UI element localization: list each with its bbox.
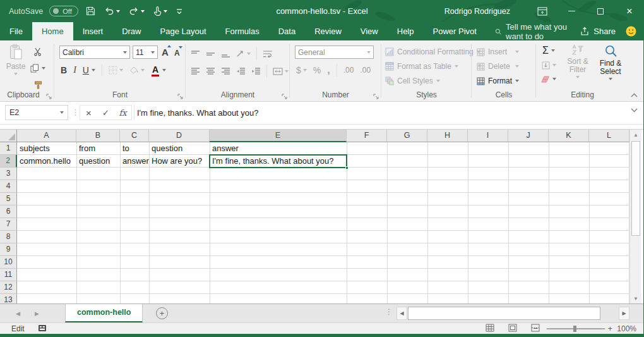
formula-input[interactable]: I'm fine, thanks. What about you? — [134, 105, 623, 120]
active-cell-e2[interactable]: I'm fine, thanks. What about you? — [209, 154, 347, 168]
format-as-table-button[interactable]: Format as Table — [385, 60, 480, 73]
row-header-9[interactable]: 9 — [0, 243, 17, 256]
sort-filter-button[interactable]: Sort & Filter — [563, 44, 593, 78]
tab-view[interactable]: View — [351, 22, 388, 40]
cell-styles-button[interactable]: Cell Styles — [385, 75, 480, 87]
format-cells-button[interactable]: Format — [477, 75, 519, 87]
column-header-d[interactable]: D — [149, 130, 210, 142]
tab-file[interactable]: File — [0, 22, 32, 40]
column-header-e[interactable]: E — [210, 130, 347, 142]
row-header-2[interactable]: 2 — [0, 155, 17, 168]
tab-scroll-splitter[interactable]: ⋮ — [385, 307, 393, 316]
wrap-text-button[interactable] — [263, 47, 273, 61]
column-header-i[interactable]: I — [468, 130, 508, 142]
fill-button[interactable] — [541, 59, 556, 71]
align-left-button[interactable] — [191, 64, 200, 78]
zoom-slider[interactable] — [547, 328, 605, 329]
cell-d2[interactable]: How are you? — [149, 155, 210, 168]
tab-home[interactable]: Home — [32, 22, 73, 40]
vertical-scrollbar[interactable]: ▲ ▼ — [629, 130, 641, 303]
zoom-level[interactable]: 100% — [617, 324, 636, 334]
conditional-formatting-button[interactable]: Conditional Formatting — [385, 46, 480, 58]
format-painter-button[interactable] — [30, 78, 45, 92]
column-header-b[interactable]: B — [76, 130, 120, 142]
clipboard-dialog-launcher[interactable] — [46, 94, 52, 99]
formula-bar-drag-dots[interactable]: ⋮ — [71, 106, 80, 119]
merge-center-button[interactable] — [273, 64, 289, 78]
row-header-13[interactable]: 13 — [0, 294, 17, 303]
cell-c2[interactable]: answer — [120, 155, 149, 168]
zoom-in-button[interactable]: + — [607, 323, 612, 334]
tab-insert[interactable]: Insert — [73, 22, 113, 40]
row-header-7[interactable]: 7 — [0, 218, 17, 231]
insert-cells-button[interactable]: Insert — [477, 46, 519, 58]
normal-view-button[interactable] — [486, 324, 494, 332]
row-header-8[interactable]: 8 — [0, 231, 17, 243]
underline-button[interactable]: U — [83, 63, 89, 77]
row-header-1[interactable]: 1 — [0, 142, 17, 155]
clear-button[interactable] — [541, 73, 556, 85]
cell-c1[interactable]: to — [120, 142, 149, 155]
cell-d1[interactable]: question — [149, 142, 210, 155]
grow-font-button[interactable]: A — [162, 45, 169, 59]
column-header-h[interactable]: H — [427, 130, 468, 142]
minimize-button[interactable] — [557, 0, 586, 22]
horizontal-scrollbar[interactable]: ◀ ▶ — [397, 307, 629, 320]
number-format-select[interactable]: General — [295, 46, 374, 59]
italic-button[interactable]: I — [73, 63, 76, 77]
font-color-button[interactable]: A — [151, 63, 160, 77]
alignment-dialog-launcher[interactable] — [282, 94, 287, 99]
cell-e1[interactable]: answer — [210, 142, 347, 155]
align-right-button[interactable] — [221, 64, 230, 78]
new-sheet-button[interactable]: + — [156, 307, 168, 319]
insert-function-button[interactable]: fx — [114, 108, 131, 118]
paste-button[interactable]: Paste — [4, 44, 28, 75]
align-top-button[interactable] — [191, 47, 200, 61]
column-header-a[interactable]: A — [17, 130, 76, 142]
row-header-10[interactable]: 10 — [0, 256, 17, 269]
expand-formula-bar-button[interactable] — [631, 108, 638, 113]
cell-a1[interactable]: subjects — [17, 142, 76, 155]
align-middle-button[interactable] — [206, 47, 215, 61]
number-dialog-launcher[interactable] — [373, 94, 379, 99]
font-dialog-launcher[interactable] — [177, 94, 183, 99]
feedback-button[interactable] — [626, 22, 636, 40]
user-name[interactable]: Rodrigo Rodriguez — [444, 7, 510, 16]
row-header-12[interactable]: 12 — [0, 281, 17, 294]
tab-review[interactable]: Review — [305, 22, 351, 40]
increase-decimal-button[interactable]: .00 — [343, 63, 354, 77]
comma-style-button[interactable]: , — [327, 63, 330, 77]
close-button[interactable]: × — [615, 0, 644, 22]
column-header-f[interactable]: F — [347, 130, 387, 142]
name-box[interactable]: E2 — [5, 105, 68, 120]
column-header-k[interactable]: K — [549, 130, 589, 142]
tab-draw[interactable]: Draw — [112, 22, 150, 40]
macro-record-button[interactable] — [38, 324, 47, 332]
autosum-button[interactable]: Σ — [541, 44, 556, 57]
column-header-j[interactable]: J — [508, 130, 549, 142]
orientation-button[interactable] — [236, 47, 251, 61]
fill-color-button[interactable] — [129, 63, 145, 77]
borders-button[interactable] — [109, 63, 123, 77]
cancel-button[interactable]: × — [80, 107, 97, 118]
cell-a2[interactable]: common.hello — [17, 155, 76, 168]
percent-style-button[interactable]: % — [313, 63, 321, 77]
cell-b1[interactable]: from — [76, 142, 120, 155]
delete-cells-button[interactable]: Delete — [477, 60, 519, 73]
row-header-5[interactable]: 5 — [0, 193, 17, 205]
tab-data[interactable]: Data — [269, 22, 305, 40]
maximize-button[interactable] — [586, 0, 615, 22]
select-all-button[interactable] — [0, 130, 17, 142]
scroll-right-button[interactable]: ▶ — [619, 307, 629, 320]
sheet-nav-prev-button[interactable]: ◀ — [16, 304, 20, 322]
row-header-6[interactable]: 6 — [0, 205, 17, 218]
shrink-font-button[interactable]: A — [174, 46, 180, 60]
tab-page-layout[interactable]: Page Layout — [151, 22, 216, 40]
scroll-left-button[interactable]: ◀ — [397, 307, 407, 320]
vertical-scrollbar-thumb[interactable] — [631, 141, 640, 236]
accounting-format-button[interactable]: $ — [296, 63, 307, 77]
column-header-l[interactable]: L — [589, 130, 629, 142]
collapse-ribbon-button[interactable] — [631, 93, 638, 97]
sheet-nav-next-button[interactable]: ▶ — [35, 304, 39, 322]
horizontal-scrollbar-thumb[interactable] — [408, 307, 600, 320]
